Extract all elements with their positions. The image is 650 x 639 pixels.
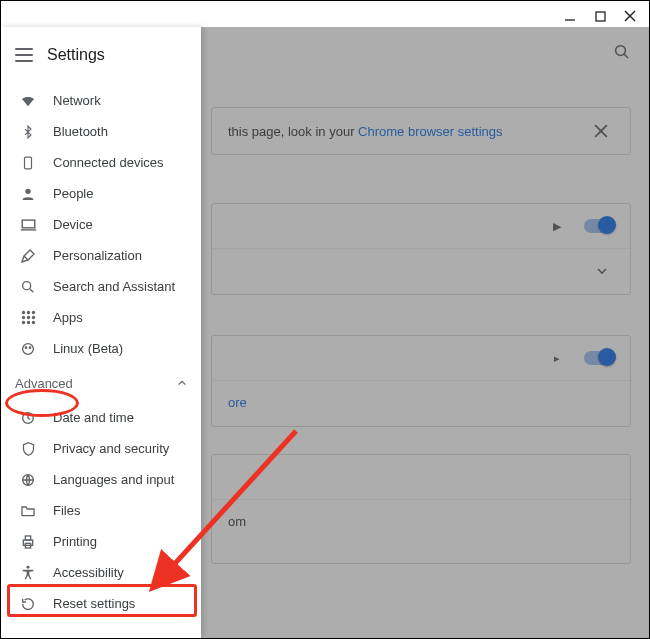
sidebar-item-people[interactable]: People: [1, 178, 201, 209]
minimize-button[interactable]: [563, 9, 577, 23]
notice-text: this page, look in your Chrome browser s…: [228, 124, 503, 139]
svg-point-24: [25, 347, 26, 348]
svg-point-23: [23, 343, 34, 354]
card-link[interactable]: ore: [228, 395, 247, 410]
svg-line-13: [30, 289, 33, 292]
card-text: om: [228, 514, 246, 529]
apps-icon: [19, 309, 37, 327]
sidebar-item-label: Personalization: [53, 248, 187, 263]
svg-rect-10: [22, 220, 35, 228]
sidebar-item-label: Languages and input: [53, 472, 187, 487]
clock-icon: [19, 409, 37, 427]
settings-row[interactable]: om: [212, 499, 630, 543]
sidebar-item-label: Bluetooth: [53, 124, 187, 139]
sidebar-item-reset[interactable]: Reset settings: [1, 588, 201, 619]
sidebar-item-printing[interactable]: Printing: [1, 526, 201, 557]
sidebar-item-connected-devices[interactable]: Connected devices: [1, 147, 201, 178]
maximize-button[interactable]: [593, 9, 607, 23]
svg-line-5: [624, 54, 628, 58]
sidebar-item-label: Device: [53, 217, 187, 232]
close-button[interactable]: [623, 9, 637, 23]
svg-rect-29: [25, 536, 30, 540]
settings-card: ▶: [211, 203, 631, 295]
sidebar-item-label: Search and Assistant: [53, 279, 187, 294]
search-icon: [19, 278, 37, 296]
chevron-right-icon: ▸: [548, 352, 566, 365]
svg-point-17: [21, 316, 24, 319]
sidebar-item-bluetooth[interactable]: Bluetooth: [1, 116, 201, 147]
sidebar-item-privacy-security[interactable]: Privacy and security: [1, 433, 201, 464]
reset-icon: [19, 595, 37, 613]
settings-row[interactable]: ▸: [212, 336, 630, 380]
person-icon: [19, 185, 37, 203]
sidebar-item-languages[interactable]: Languages and input: [1, 464, 201, 495]
chevron-down-icon: [596, 265, 614, 277]
toggle-switch[interactable]: [584, 219, 614, 233]
svg-point-25: [29, 347, 30, 348]
settings-sidebar: Settings Network Bluetooth Connected dev…: [1, 27, 201, 638]
sidebar-item-label: Printing: [53, 534, 187, 549]
svg-point-14: [21, 311, 24, 314]
notice-card: this page, look in your Chrome browser s…: [211, 107, 631, 155]
svg-point-22: [31, 321, 34, 324]
sidebar-item-label: Linux (Beta): [53, 341, 187, 356]
globe-icon: [19, 471, 37, 489]
sidebar-advanced-list: Date and time Privacy and security Langu…: [1, 400, 201, 621]
sidebar-item-files[interactable]: Files: [1, 495, 201, 526]
brush-icon: [19, 247, 37, 265]
window-controls: [563, 1, 649, 27]
svg-rect-1: [596, 12, 605, 21]
svg-point-9: [25, 188, 30, 193]
toggle-switch[interactable]: [584, 351, 614, 365]
settings-card: om: [211, 454, 631, 564]
sidebar-advanced-label: Advanced: [15, 376, 73, 391]
svg-point-18: [26, 316, 29, 319]
svg-point-21: [26, 321, 29, 324]
sidebar-item-label: Connected devices: [53, 155, 187, 170]
sidebar-item-label: Apps: [53, 310, 187, 325]
settings-row[interactable]: [212, 455, 630, 499]
sidebar-item-date-time[interactable]: Date and time: [1, 402, 201, 433]
shield-icon: [19, 440, 37, 458]
sidebar-title: Settings: [47, 46, 105, 64]
sidebar-item-label: Accessibility: [53, 565, 187, 580]
sidebar-item-linux[interactable]: Linux (Beta): [1, 333, 201, 364]
svg-point-15: [26, 311, 29, 314]
sidebar-item-label: Files: [53, 503, 187, 518]
sidebar-advanced-toggle[interactable]: Advanced: [1, 366, 201, 400]
sidebar-item-label: Privacy and security: [53, 441, 187, 456]
svg-point-20: [21, 321, 24, 324]
svg-point-4: [616, 46, 626, 56]
settings-row[interactable]: ▶: [212, 204, 630, 248]
settings-row[interactable]: ore: [212, 380, 630, 424]
sidebar-item-device[interactable]: Device: [1, 209, 201, 240]
folder-icon: [19, 502, 37, 520]
bluetooth-icon: [19, 123, 37, 141]
settings-card: ▸ ore: [211, 335, 631, 427]
search-button[interactable]: [611, 41, 633, 63]
sidebar-item-personalization[interactable]: Personalization: [1, 240, 201, 271]
sidebar-item-accessibility[interactable]: Accessibility: [1, 557, 201, 588]
svg-point-16: [31, 311, 34, 314]
sidebar-item-label: Reset settings: [53, 596, 187, 611]
sidebar-item-apps[interactable]: Apps: [1, 302, 201, 333]
svg-point-31: [27, 566, 30, 569]
notice-link[interactable]: Chrome browser settings: [358, 124, 503, 139]
svg-point-19: [31, 316, 34, 319]
sidebar-item-network[interactable]: Network: [1, 85, 201, 116]
settings-row[interactable]: [212, 248, 630, 292]
dismiss-notice-button[interactable]: [594, 124, 614, 138]
printer-icon: [19, 533, 37, 551]
sidebar-item-label: Network: [53, 93, 187, 108]
laptop-icon: [19, 216, 37, 234]
hamburger-menu-button[interactable]: [15, 48, 33, 62]
wifi-icon: [19, 92, 37, 110]
sidebar-header: Settings: [1, 27, 201, 83]
chevron-right-icon: ▶: [548, 220, 566, 233]
accessibility-icon: [19, 564, 37, 582]
svg-rect-8: [25, 157, 32, 169]
main-header: [211, 41, 633, 63]
sidebar-item-search-assistant[interactable]: Search and Assistant: [1, 271, 201, 302]
sidebar-item-label: Date and time: [53, 410, 187, 425]
phone-icon: [19, 154, 37, 172]
